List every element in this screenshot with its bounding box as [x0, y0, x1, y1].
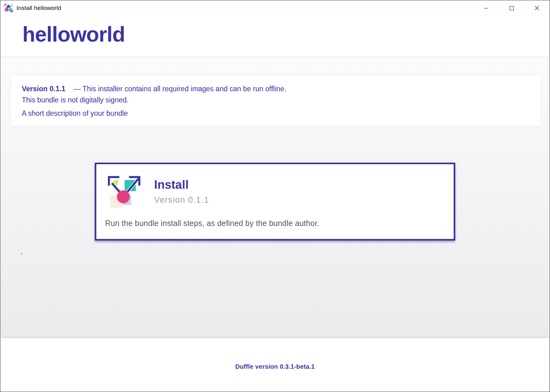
minimize-icon — [484, 6, 488, 11]
install-card-titles: Install Version 0.1.1 — [154, 175, 209, 208]
main-content: Version 0.1.1— This installer contains a… — [0, 56, 550, 338]
install-card-title: Install — [154, 178, 209, 191]
bundle-info-line1: Version 0.1.1— This installer contains a… — [22, 83, 532, 94]
duffle-version-label: Duffle version 0.3.1-beta.1 — [235, 363, 315, 392]
bundle-signing-note: This bundle is not digitally signed. — [22, 94, 532, 106]
app-window: Install helloworld helloworld Version 0.… — [0, 0, 550, 392]
window-title: Install helloworld — [16, 5, 61, 11]
install-action-card[interactable]: Install Version 0.1.1 Run the bundle ins… — [95, 163, 455, 241]
bundle-description: A short description of your bundle — [22, 108, 532, 119]
bundle-offline-note: — This installer contains all required i… — [74, 85, 286, 93]
maximize-icon — [509, 6, 514, 11]
app-logo-icon — [4, 3, 13, 13]
install-card-description: Run the bundle install steps, as defined… — [96, 219, 454, 228]
hero-header: helloworld — [0, 16, 550, 56]
minimize-button[interactable] — [473, 0, 499, 16]
stray-dot — [21, 253, 22, 255]
close-button[interactable] — [524, 0, 550, 16]
bundle-name-title: helloworld — [22, 22, 125, 46]
install-card-header: Install Version 0.1.1 — [96, 164, 454, 208]
install-card-version: Version 0.1.1 — [154, 195, 209, 205]
titlebar[interactable]: Install helloworld — [0, 0, 550, 16]
close-icon — [534, 6, 539, 11]
duffle-logo-icon — [108, 175, 140, 208]
footer-bar: Duffle version 0.3.1-beta.1 — [1, 338, 549, 392]
bundle-info-box: Version 0.1.1— This installer contains a… — [10, 75, 541, 127]
bundle-version-label: Version 0.1.1 — [22, 85, 66, 93]
maximize-button[interactable] — [499, 0, 524, 16]
